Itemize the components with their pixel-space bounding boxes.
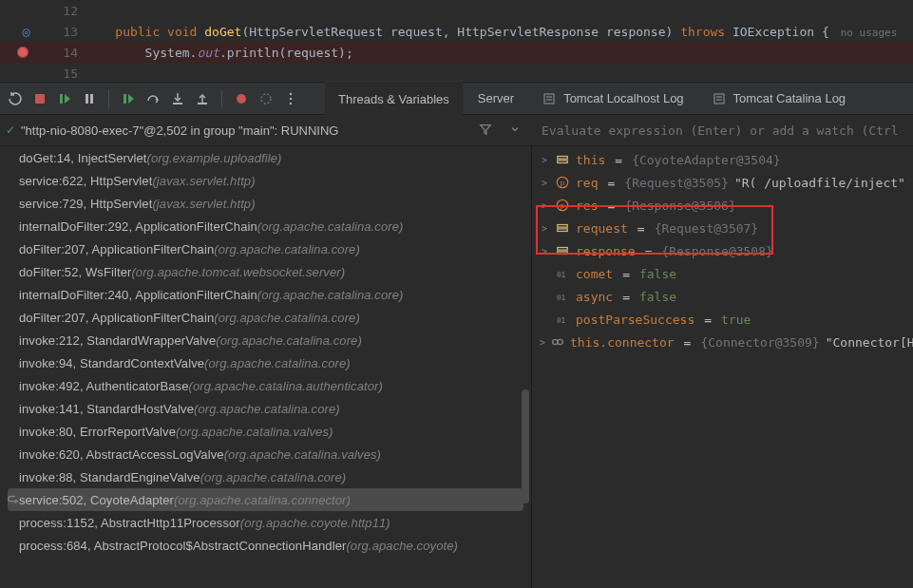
variables-panel[interactable]: >this = {CoyoteAdapter@3504}>preq = {Req…	[532, 146, 913, 588]
more-icon[interactable]	[279, 87, 302, 110]
code-line[interactable]: 15	[0, 63, 913, 84]
frame-package: (org.apache.catalina.core)	[214, 311, 360, 325]
frame-package: (org.apache.catalina.core)	[200, 470, 347, 484]
code-line[interactable]: 14 System.out.println(request);	[0, 42, 913, 63]
frame-package: (org.example.uploadfile)	[147, 151, 282, 165]
stack-frame[interactable]: invoke:80, ErrorReportValve (org.apache.…	[0, 420, 531, 443]
var-string: "Connector[HTTP	[826, 335, 913, 350]
frame-package: (org.apache.coyote)	[346, 539, 458, 553]
stack-frame[interactable]: invoke:212, StandardWrapperValve (org.ap…	[0, 329, 531, 351]
view-breakpoints-icon[interactable]	[230, 87, 253, 110]
svg-rect-0	[35, 94, 45, 104]
stack-frame[interactable]: process:684, AbstractProtocol$AbstractCo…	[0, 534, 531, 557]
stack-frame[interactable]: invoke:141, StandardHostValve (org.apach…	[0, 397, 531, 420]
code-line[interactable]: ◎13 public void doGet(HttpServletRequest…	[0, 21, 913, 42]
tab-tomcat-localhost[interactable]: Tomcat Localhost Log	[529, 82, 696, 115]
stack-frame[interactable]: doFilter:207, ApplicationFilterChain (or…	[0, 237, 531, 260]
chevron-down-icon[interactable]	[504, 123, 526, 138]
svg-rect-17	[714, 94, 724, 104]
frames-panel[interactable]: doGet:14, InjectServlet (org.example.upl…	[0, 146, 532, 588]
expand-chevron-icon[interactable]: >	[540, 155, 549, 165]
stack-frame[interactable]: service:729, HttpServlet (javax.servlet.…	[0, 192, 531, 215]
thread-bar: ✓ "http-nio-8080-exec-7"@2,502 in group …	[0, 115, 913, 146]
pause-icon[interactable]	[78, 87, 101, 110]
stack-frame[interactable]: process:1152, AbstractHttp11Processor (o…	[0, 511, 531, 534]
tab-threads-variables[interactable]: Threads & Variables	[325, 82, 463, 115]
step-over-icon[interactable]	[117, 87, 140, 110]
line-number: 14	[63, 46, 78, 60]
gutter[interactable]: 15	[0, 66, 86, 81]
frame-method: doFilter:52, WsFilter	[19, 265, 131, 279]
var-value: {CoyoteAdapter@3504}	[632, 153, 781, 167]
var-literal: false	[639, 290, 676, 304]
stack-frame[interactable]: invoke:94, StandardContextValve (org.apa…	[0, 351, 531, 374]
frame-method: invoke:212, StandardWrapperValve	[19, 333, 216, 348]
frame-package: (javax.servlet.http)	[152, 197, 255, 211]
breakpoint-icon[interactable]	[17, 47, 29, 58]
expand-chevron-icon[interactable]: >	[540, 178, 549, 188]
step-over2-icon[interactable]	[142, 87, 164, 110]
stack-frame[interactable]: internalDoFilter:292, ApplicationFilterC…	[0, 215, 531, 237]
stack-frame[interactable]: doFilter:207, ApplicationFilterChain (or…	[0, 306, 531, 329]
svg-point-13	[290, 102, 292, 104]
thread-label[interactable]: "http-nio-8080-exec-7"@2,502 in group "m…	[21, 123, 338, 138]
svg-rect-4	[90, 94, 93, 104]
tab-server[interactable]: Server	[465, 82, 527, 115]
var-literal: false	[639, 267, 676, 281]
stack-frame[interactable]: doFilter:52, WsFilter (org.apache.tomcat…	[0, 260, 531, 283]
var-type-icon: p	[555, 175, 570, 190]
equals: =	[700, 313, 715, 327]
gutter[interactable]: 12	[0, 4, 86, 18]
scrollbar[interactable]	[522, 389, 529, 503]
variable-row[interactable]: 01comet = false	[532, 262, 913, 285]
evaluate-expression-input[interactable]: Evaluate expression (Enter) or add a wat…	[542, 123, 899, 138]
frame-package: (org.apache.catalina.valves)	[176, 425, 333, 439]
frame-package: (org.apache.catalina.connector)	[174, 493, 351, 507]
stack-frame[interactable]: internalDoFilter:240, ApplicationFilterC…	[0, 283, 531, 306]
resume-icon[interactable]	[53, 87, 76, 110]
frame-package: (org.apache.catalina.valves)	[224, 447, 381, 462]
filter-icon[interactable]	[473, 123, 498, 139]
variable-row[interactable]: >this.connector = {Connector@3509} "Conn…	[532, 331, 913, 353]
stack-frame[interactable]: service:502, CoyoteAdapter (org.apache.c…	[8, 488, 523, 511]
code[interactable]: public void doGet(HttpServletRequest req…	[86, 25, 913, 39]
step-into-icon[interactable]	[166, 87, 189, 110]
code-line[interactable]: 12	[0, 0, 913, 21]
equals: =	[611, 153, 626, 167]
mute-breakpoints-icon[interactable]	[255, 87, 277, 110]
svg-rect-5	[124, 94, 126, 104]
frame-method: doFilter:207, ApplicationFilterChain	[19, 242, 214, 256]
stack-frame[interactable]: doGet:14, InjectServlet (org.example.upl…	[0, 146, 531, 169]
rerun-icon[interactable]	[4, 87, 27, 110]
code[interactable]: System.out.println(request);	[86, 46, 913, 60]
stack-frame[interactable]: invoke:88, StandardEngineValve (org.apac…	[0, 465, 531, 488]
highlight-box	[536, 205, 773, 255]
variable-row[interactable]: >this = {CoyoteAdapter@3504}	[532, 148, 913, 171]
stop-icon[interactable]	[29, 87, 51, 110]
usages-hint: no usages	[829, 27, 898, 39]
svg-point-10	[261, 94, 271, 104]
check-icon: ✓	[6, 123, 15, 137]
frame-package: (javax.servlet.http)	[152, 174, 255, 188]
gutter[interactable]: ◎13	[0, 25, 86, 39]
stack-frame[interactable]: invoke:492, AuthenticatorBase (org.apach…	[0, 374, 531, 397]
frame-method: internalDoFilter:292, ApplicationFilterC…	[19, 219, 257, 234]
line-number: 15	[63, 66, 78, 81]
var-value: {Connector@3509}	[700, 335, 819, 350]
frame-method: doGet:14, InjectServlet	[19, 151, 147, 165]
variable-row[interactable]: 01postParseSuccess = true	[532, 308, 913, 331]
variable-row[interactable]: 01async = false	[532, 285, 913, 308]
frame-package: (org.apache.catalina.core)	[204, 356, 351, 370]
frame-method: internalDoFilter:240, ApplicationFilterC…	[19, 288, 257, 302]
stack-frame[interactable]: service:622, HttpServlet (javax.servlet.…	[0, 169, 531, 192]
gutter[interactable]: 14	[0, 46, 86, 60]
variable-row[interactable]: >preq = {Request@3505} "R( /uploadfile/i…	[532, 171, 913, 194]
expand-chevron-icon[interactable]: >	[540, 337, 545, 348]
tab-tomcat-catalina[interactable]: Tomcat Catalina Log	[699, 82, 860, 115]
tab-label: Threads & Variables	[338, 92, 449, 106]
stack-frame[interactable]: invoke:620, AbstractAccessLogValve (org.…	[0, 443, 531, 465]
step-out-icon[interactable]	[191, 87, 214, 110]
var-type-icon	[551, 334, 564, 350]
frame-package: (org.apache.catalina.core)	[214, 242, 360, 256]
frame-method: invoke:141, StandardHostValve	[19, 402, 194, 416]
